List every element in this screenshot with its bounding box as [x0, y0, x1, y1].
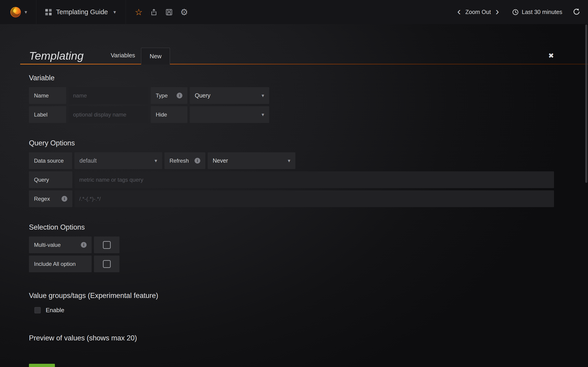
type-select-value: Query	[195, 92, 210, 99]
mark-favorite-button[interactable]: ☆	[132, 6, 145, 19]
grafana-logo-icon	[9, 6, 22, 19]
hide-select[interactable]: ▾	[190, 106, 269, 123]
checkbox-box	[103, 241, 111, 249]
star-icon: ☆	[135, 8, 143, 17]
chevron-down-icon: ▾	[113, 9, 116, 15]
data-source-select-value: default	[79, 157, 97, 164]
info-icon: i	[61, 196, 67, 202]
info-icon: i	[177, 93, 182, 98]
time-picker-button[interactable]: Last 30 minutes	[503, 9, 569, 16]
value-groups-section: Value groups/tags (Experimental feature)…	[29, 292, 554, 314]
refresh-select[interactable]: Never ▾	[208, 152, 295, 169]
refresh-button[interactable]	[568, 8, 580, 16]
type-select[interactable]: Query ▾	[190, 87, 269, 104]
enable-checkbox[interactable]	[35, 307, 41, 313]
type-label: Type i	[151, 87, 187, 104]
query-options-heading: Query Options	[29, 139, 554, 147]
include-all-label: Include All option	[29, 256, 92, 272]
settings-content: Templating Variables New ✖ Variable Name…	[0, 47, 588, 367]
add-variable-button[interactable]: Add	[29, 364, 55, 367]
chevron-down-icon: ▾	[25, 9, 27, 15]
refresh-label: Refresh i	[164, 152, 205, 169]
chevron-left-icon: ‹	[457, 5, 461, 17]
form-row: Name Type i Query ▾	[29, 87, 554, 104]
navbar-actions: ☆ ⚙	[126, 0, 191, 24]
variable-section: Variable Name Type i Query ▾ Label Hide	[29, 74, 554, 123]
regex-input[interactable]	[75, 190, 554, 207]
chevron-down-icon: ▾	[155, 158, 157, 164]
chevron-down-icon: ▾	[262, 112, 264, 118]
dashboard-title-button[interactable]: Templating Guide ▾	[36, 0, 126, 24]
info-icon: i	[81, 242, 86, 248]
multi-value-label: Multi-value i	[29, 236, 92, 253]
zoom-out-button[interactable]: Zoom Out	[464, 9, 492, 15]
refresh-icon	[573, 8, 580, 15]
dashboard-title: Templating Guide	[56, 8, 108, 16]
time-range-label: Last 30 minutes	[522, 9, 562, 15]
grafana-menu-button[interactable]: ▾	[0, 0, 36, 24]
time-range-forward-button[interactable]: ›	[492, 6, 502, 18]
grafana-dashboard-settings-page: ▾ Templating Guide ▾ ☆	[0, 0, 588, 367]
multi-value-checkbox[interactable]	[94, 236, 120, 253]
enable-label: Enable	[46, 307, 64, 314]
clock-icon	[512, 9, 519, 16]
form-row: Include All option	[29, 256, 554, 272]
preview-section: Preview of values (shows max 20)	[29, 334, 554, 342]
save-icon	[165, 8, 173, 16]
data-source-select[interactable]: default ▾	[74, 152, 162, 169]
save-dashboard-button[interactable]	[163, 6, 175, 19]
label-input[interactable]	[69, 106, 148, 123]
selection-options-section: Selection Options Multi-value i Include …	[29, 223, 554, 272]
share-icon	[150, 8, 157, 16]
data-source-label: Data source	[29, 152, 72, 169]
include-all-checkbox[interactable]	[94, 256, 120, 272]
top-navbar: ▾ Templating Guide ▾ ☆	[0, 0, 588, 24]
query-input[interactable]	[75, 171, 554, 188]
query-label: Query	[29, 171, 72, 188]
label-label: Label	[29, 106, 66, 123]
close-settings-button[interactable]: ✖	[547, 52, 555, 59]
tab-new[interactable]: New	[141, 48, 170, 65]
selection-options-heading: Selection Options	[29, 223, 554, 232]
info-icon: i	[195, 158, 200, 164]
refresh-select-value: Never	[213, 157, 228, 164]
variable-heading: Variable	[29, 74, 554, 82]
form-row: Label Hide ▾	[29, 106, 554, 123]
dashboard-settings-button[interactable]: ⚙	[178, 6, 191, 19]
scrollbar[interactable]	[585, 25, 587, 183]
form-row: Query	[29, 171, 554, 188]
form-row: Data source default ▾ Refresh i Never ▾	[29, 152, 554, 169]
share-button[interactable]	[147, 6, 160, 19]
form-row: Multi-value i	[29, 236, 554, 253]
dashboard-grid-icon	[45, 9, 52, 16]
name-label: Name	[29, 87, 66, 104]
regex-label: Regex i	[29, 190, 72, 207]
chevron-down-icon: ▾	[262, 93, 264, 99]
gear-icon: ⚙	[180, 8, 188, 17]
chevron-down-icon: ▾	[288, 158, 290, 164]
time-controls: ‹ Zoom Out › Last 30 minutes	[454, 0, 588, 24]
time-range-back-button[interactable]: ‹	[454, 6, 464, 18]
close-icon: ✖	[548, 52, 554, 59]
hide-label: Hide	[151, 106, 187, 123]
value-groups-heading: Value groups/tags (Experimental feature)	[29, 292, 554, 300]
chevron-right-icon: ›	[495, 5, 499, 17]
preview-heading: Preview of values (shows max 20)	[29, 334, 554, 342]
page-title: Templating	[29, 50, 84, 61]
form-row: Regex i	[29, 190, 554, 207]
settings-header: Templating Variables New ✖	[29, 47, 554, 64]
name-input[interactable]	[69, 87, 148, 104]
tab-variables[interactable]: Variables	[105, 47, 141, 64]
checkbox-box	[103, 260, 111, 268]
query-options-section: Query Options Data source default ▾ Refr…	[29, 139, 554, 207]
enable-row: Enable	[35, 307, 554, 314]
